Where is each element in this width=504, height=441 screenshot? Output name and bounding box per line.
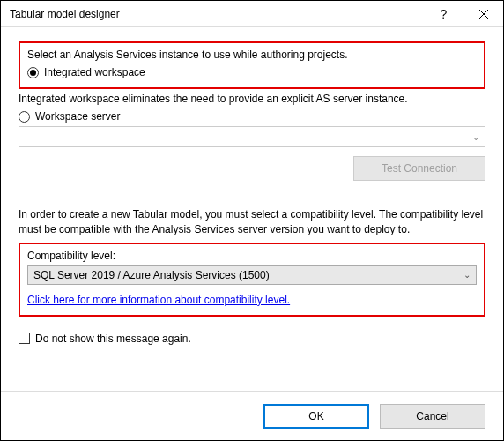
- chevron-down-icon: ⌄: [472, 132, 479, 142]
- cancel-button[interactable]: Cancel: [380, 404, 485, 429]
- compatibility-level-dropdown[interactable]: SQL Server 2019 / Azure Analysis Service…: [27, 265, 477, 285]
- integrated-description: Integrated workspace eliminates the need…: [19, 93, 485, 105]
- test-connection-button: Test Connection: [353, 156, 485, 181]
- dialog-content: Select an Analysis Services instance to …: [1, 27, 503, 391]
- chevron-down-icon: ⌄: [463, 270, 471, 280]
- checkbox-icon: [19, 333, 30, 344]
- radio-label: Workspace server: [35, 110, 120, 123]
- help-button[interactable]: ?: [424, 1, 463, 27]
- radio-workspace-server[interactable]: Workspace server: [19, 110, 485, 123]
- radio-label: Integrated workspace: [44, 66, 145, 78]
- instruction-text: Select an Analysis Services instance to …: [27, 49, 477, 61]
- button-label: Cancel: [416, 410, 448, 422]
- button-label: Test Connection: [382, 162, 457, 175]
- do-not-show-checkbox[interactable]: Do not show this message again.: [19, 333, 485, 345]
- dropdown-value: SQL Server 2019 / Azure Analysis Service…: [33, 269, 270, 281]
- button-label: OK: [308, 410, 323, 422]
- dialog-window: Tabular model designer ? Select an Analy…: [0, 0, 504, 441]
- dialog-footer: OK Cancel: [1, 391, 503, 440]
- ok-button[interactable]: OK: [263, 404, 369, 429]
- compatibility-highlight: Compatibility level: SQL Server 2019 / A…: [19, 243, 485, 317]
- workspace-highlight: Select an Analysis Services instance to …: [19, 41, 485, 89]
- test-connection-row: Test Connection: [19, 156, 485, 181]
- checkbox-label: Do not show this message again.: [35, 333, 191, 345]
- workspace-server-input[interactable]: ⌄: [19, 126, 485, 147]
- window-title: Tabular model designer: [10, 8, 424, 20]
- titlebar: Tabular model designer ?: [1, 1, 503, 27]
- close-icon: [479, 10, 488, 19]
- radio-icon: [27, 67, 39, 78]
- radio-integrated-workspace[interactable]: Integrated workspace: [27, 66, 477, 78]
- radio-icon: [19, 111, 30, 123]
- compatibility-label: Compatibility level:: [27, 250, 477, 262]
- close-button[interactable]: [463, 1, 503, 27]
- compatibility-info-link[interactable]: Click here for more information about co…: [27, 294, 290, 306]
- compatibility-description: In order to create a new Tabular model, …: [19, 207, 485, 237]
